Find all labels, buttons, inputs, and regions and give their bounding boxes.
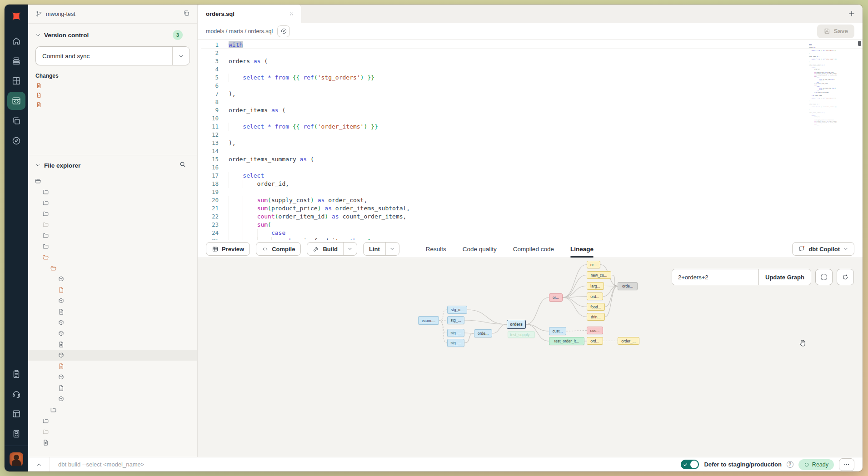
- docs-panel-icon[interactable]: [7, 405, 25, 423]
- fullscreen-button[interactable]: [815, 269, 833, 285]
- reader-icon[interactable]: [7, 425, 25, 443]
- lineage-node[interactable]: orde...: [618, 282, 638, 290]
- tree-item-locations-yml[interactable]: [28, 306, 197, 317]
- lineage-node[interactable]: stg_...: [447, 329, 464, 337]
- tree-item-customers-yml[interactable]: [28, 284, 197, 295]
- tree-item-dbt-packages[interactable]: [28, 219, 197, 230]
- tab-code-quality[interactable]: Code quality: [463, 240, 497, 258]
- editor-scrollbar[interactable]: [858, 40, 862, 240]
- lineage-node[interactable]: ecom....: [418, 316, 439, 325]
- tree-item-jaffle-data[interactable]: [28, 230, 197, 241]
- code-editor[interactable]: 1with23orders as (45 select * from {{ re…: [198, 40, 863, 240]
- tree-item-data-tests[interactable]: [28, 208, 197, 219]
- lineage-node[interactable]: stg_o...: [447, 306, 467, 314]
- lineage-node[interactable]: test_supply...: [508, 331, 535, 338]
- lineage-node[interactable]: orders: [507, 320, 526, 329]
- changed-file[interactable]: [28, 100, 197, 109]
- user-avatar[interactable]: [10, 452, 23, 466]
- tree-item--gitignore[interactable]: [28, 437, 197, 448]
- code-line: 18 order_id,: [201, 180, 863, 188]
- lint-options-caret[interactable]: [385, 243, 399, 255]
- more-options-button[interactable]: [839, 458, 854, 471]
- ide-icon[interactable]: [7, 92, 25, 110]
- preview-button[interactable]: Preview: [206, 242, 250, 256]
- expand-command-bar[interactable]: [28, 457, 50, 471]
- help-icon[interactable]: ?: [787, 461, 793, 468]
- compile-button[interactable]: Compile: [256, 242, 301, 256]
- lineage-node[interactable]: cust...: [549, 327, 566, 335]
- lineage-node[interactable]: orde...: [474, 329, 492, 337]
- tree-item-seeds[interactable]: [28, 415, 197, 426]
- scrollbar-thumb[interactable]: [858, 41, 861, 46]
- lineage-node[interactable]: cus...: [587, 327, 603, 334]
- lineage-node[interactable]: ord...: [587, 337, 603, 345]
- support-headset-icon[interactable]: [7, 385, 25, 403]
- tree-item-staging[interactable]: [28, 404, 197, 415]
- lineage-node[interactable]: new_cu...: [587, 271, 611, 279]
- tree-item-macros[interactable]: [28, 241, 197, 252]
- explore-compass-icon[interactable]: [7, 132, 25, 150]
- tree-item-products-yml[interactable]: [28, 382, 197, 393]
- changed-file[interactable]: [28, 81, 197, 90]
- command-input[interactable]: dbt build --select <model_name>: [58, 461, 144, 468]
- tree-item-order-items-yml[interactable]: [28, 339, 197, 350]
- build-options-caret[interactable]: [343, 243, 357, 255]
- lineage-node[interactable]: stg_...: [447, 339, 464, 347]
- lint-button[interactable]: Lint: [364, 243, 385, 255]
- lineage-node[interactable]: drin...: [587, 313, 605, 321]
- lineage-node[interactable]: food...: [587, 303, 605, 311]
- tree-item-order-items-sql[interactable]: [28, 328, 197, 339]
- tree-item--github[interactable]: [28, 186, 197, 197]
- tree-item-jaffle-shop[interactable]: [28, 175, 197, 186]
- orchestration-icon[interactable]: [7, 112, 25, 130]
- tab-compiled-code[interactable]: Compiled code: [513, 240, 554, 258]
- tree-item-models[interactable]: [28, 252, 197, 263]
- dbt-logo-icon[interactable]: [9, 9, 24, 25]
- build-button[interactable]: Build: [307, 243, 343, 255]
- lineage-node[interactable]: order_...: [618, 337, 639, 345]
- lineage-node[interactable]: test_order_it...: [549, 337, 584, 345]
- commit-and-sync-select[interactable]: Commit and sync: [35, 46, 190, 65]
- chevron-up-icon: [36, 461, 42, 468]
- lineage-node[interactable]: ord...: [587, 293, 603, 300]
- lineage-node[interactable]: or...: [587, 261, 600, 268]
- tree-item-locations-sql[interactable]: [28, 295, 197, 306]
- tab-orders-sql[interactable]: orders.sql: [198, 5, 301, 23]
- save-button[interactable]: Save: [817, 25, 854, 38]
- home-icon[interactable]: [7, 32, 25, 50]
- dbt-copilot-button[interactable]: dbt Copilot: [792, 242, 854, 256]
- lineage-selector-input[interactable]: [672, 269, 758, 285]
- duplicate-icon[interactable]: [183, 10, 190, 19]
- environments-icon[interactable]: [7, 52, 25, 70]
- open-in-explorer-button[interactable]: [277, 25, 290, 37]
- tree-item-marts[interactable]: [28, 263, 197, 273]
- lineage-node[interactable]: stg_...: [447, 316, 464, 324]
- tab-lineage[interactable]: Lineage: [570, 240, 594, 258]
- tree-item-orders-yml[interactable]: [28, 361, 197, 372]
- tree-item-customers-sql[interactable]: [28, 273, 197, 284]
- tree-item-supplies-sql[interactable]: [28, 393, 197, 404]
- defer-toggle[interactable]: [681, 460, 699, 469]
- file-explorer-header[interactable]: File explorer: [28, 155, 197, 174]
- update-graph-button[interactable]: Update Graph: [758, 269, 811, 285]
- changed-file[interactable]: [28, 90, 197, 100]
- tree-item-orders-sql[interactable]: [28, 350, 197, 361]
- lineage-node[interactable]: or...: [549, 293, 563, 302]
- refresh-button[interactable]: [837, 269, 854, 285]
- lineage-edge: [563, 298, 587, 317]
- tree-item-products-sql[interactable]: [28, 372, 197, 382]
- commit-options-caret[interactable]: [172, 47, 190, 65]
- tree-item-analyses[interactable]: [28, 197, 197, 208]
- search-icon[interactable]: [179, 161, 186, 170]
- tab-results[interactable]: Results: [426, 240, 446, 258]
- code-lines: 1with23orders as (45 select * from {{ re…: [201, 41, 863, 240]
- code-line: 1with: [201, 41, 863, 49]
- tree-item-metricflow-time-spine-sql[interactable]: [28, 317, 197, 328]
- lineage-node[interactable]: larg...: [587, 282, 604, 290]
- new-tab-plus-icon[interactable]: [848, 10, 855, 17]
- apps-grid-icon[interactable]: [7, 72, 25, 90]
- close-icon[interactable]: [289, 11, 294, 17]
- version-control-header[interactable]: Version control 3: [28, 24, 197, 44]
- checklist-icon[interactable]: [7, 365, 25, 383]
- tree-item-target[interactable]: [28, 426, 197, 437]
